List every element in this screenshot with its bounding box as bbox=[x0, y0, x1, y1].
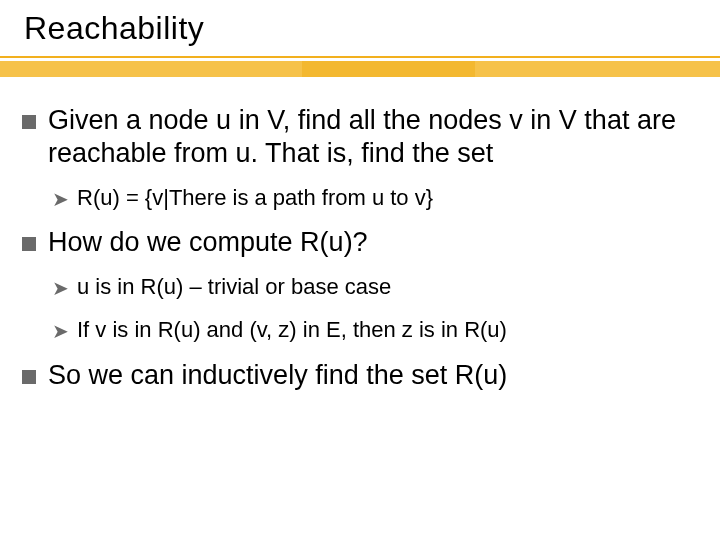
list-subitem: ➤ u is in R(u) – trivial or base case bbox=[52, 273, 698, 302]
bullet-group-1: Given a node u in V, find all the nodes … bbox=[22, 104, 698, 212]
subbullet-text: If v is in R(u) and (v, z) in E, then z … bbox=[77, 316, 698, 345]
square-bullet-icon bbox=[22, 115, 36, 129]
list-item: Given a node u in V, find all the nodes … bbox=[22, 104, 698, 170]
title-divider bbox=[0, 56, 720, 77]
bullet-group-3: So we can inductively find the set R(u) bbox=[22, 359, 698, 392]
arrow-bullet-icon: ➤ bbox=[52, 321, 69, 341]
subbullet-text: u is in R(u) – trivial or base case bbox=[77, 273, 698, 302]
divider-thin bbox=[0, 56, 720, 58]
slide-title: Reachability bbox=[24, 10, 204, 47]
bullet-text: How do we compute R(u)? bbox=[48, 226, 698, 259]
bullet-group-2: How do we compute R(u)? ➤ u is in R(u) –… bbox=[22, 226, 698, 344]
arrow-bullet-icon: ➤ bbox=[52, 189, 69, 209]
bullet-text: So we can inductively find the set R(u) bbox=[48, 359, 698, 392]
slide: Reachability Given a node u in V, find a… bbox=[0, 0, 720, 540]
bullet-text: Given a node u in V, find all the nodes … bbox=[48, 104, 698, 170]
list-item: How do we compute R(u)? bbox=[22, 226, 698, 259]
slide-body: Given a node u in V, find all the nodes … bbox=[22, 104, 698, 406]
divider-thick bbox=[0, 61, 720, 77]
list-subitem: ➤ R(u) = {v|There is a path from u to v} bbox=[52, 184, 698, 213]
list-subitem: ➤ If v is in R(u) and (v, z) in E, then … bbox=[52, 316, 698, 345]
square-bullet-icon bbox=[22, 237, 36, 251]
list-item: So we can inductively find the set R(u) bbox=[22, 359, 698, 392]
subbullet-text: R(u) = {v|There is a path from u to v} bbox=[77, 184, 698, 213]
arrow-bullet-icon: ➤ bbox=[52, 278, 69, 298]
square-bullet-icon bbox=[22, 370, 36, 384]
